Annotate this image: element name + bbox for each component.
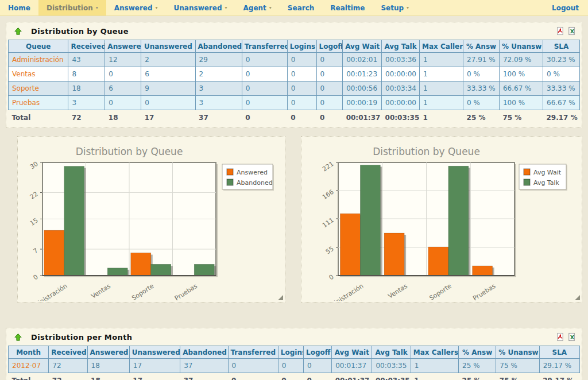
chevron-down-icon: ▾ xyxy=(96,5,98,10)
total-cell: 0 xyxy=(287,110,316,125)
chart-panel-times: Distribution by Queue055111166221Adminis… xyxy=(301,136,582,303)
export-excel-icon[interactable]: X xyxy=(567,332,577,342)
cell: 0 xyxy=(278,359,303,373)
svg-text:Administración: Administración xyxy=(25,282,68,301)
svg-text:7: 7 xyxy=(32,247,40,255)
chevron-down-icon: ▾ xyxy=(269,5,272,10)
nav-item-answered[interactable]: Answered▾ xyxy=(106,0,166,15)
column-header: Month xyxy=(9,346,49,359)
cell: 0 xyxy=(316,96,343,110)
month-link[interactable]: 2012-07 xyxy=(9,359,49,373)
nav-item-search[interactable]: Search xyxy=(280,0,322,15)
cell: 1 xyxy=(420,53,463,67)
chevron-down-icon: ▾ xyxy=(156,5,158,10)
nav-item-agent[interactable]: Agent▾ xyxy=(235,0,280,15)
top-navbar: HomeDistribution▾Answered▾Unanswered▾Age… xyxy=(0,0,588,16)
queue-panel-header: Distribution by Queue X xyxy=(8,22,580,40)
svg-text:Soporte: Soporte xyxy=(428,282,452,301)
nav-item-label: Distribution xyxy=(47,4,93,12)
table-row: Ventas806200000:01:2300:00:0010 %100 %0 … xyxy=(9,67,580,82)
resize-grip-icon[interactable] xyxy=(278,295,283,300)
cell: 12 xyxy=(105,53,141,67)
nav-item-home[interactable]: Home xyxy=(0,0,38,15)
column-header: Max Callers xyxy=(420,40,463,53)
table-row: Pruebas300300000:00:1900:00:0010 %100 %6… xyxy=(9,96,580,110)
cell: 0 xyxy=(316,53,343,67)
nav-item-label: Unanswered xyxy=(174,4,222,12)
svg-text:166: 166 xyxy=(321,188,335,201)
nav-logout[interactable]: Logout xyxy=(543,0,588,15)
total-cell: 00:03:35 xyxy=(372,373,411,380)
svg-text:Pruebas: Pruebas xyxy=(173,282,199,301)
svg-text:0: 0 xyxy=(328,273,335,282)
column-header: % Unansw xyxy=(499,40,543,53)
total-cell: 1 xyxy=(420,110,463,125)
column-header: Abandoned xyxy=(195,40,242,53)
svg-text:Distribution by Queue: Distribution by Queue xyxy=(373,146,480,157)
svg-text:X: X xyxy=(570,28,575,34)
nav-item-distribution[interactable]: Distribution▾ xyxy=(38,0,106,15)
total-row: Total7218173700000:01:3700:03:35125 %75 … xyxy=(9,373,580,380)
distribution-calls-chart: Distribution by Queue07152230Administrac… xyxy=(18,137,285,303)
nav-item-unanswered[interactable]: Unanswered▾ xyxy=(166,0,235,15)
column-header: Transferred xyxy=(242,40,287,53)
cell: 0 xyxy=(105,96,141,110)
queue-link[interactable]: Administración xyxy=(9,53,68,67)
resize-grip-icon[interactable] xyxy=(575,295,580,300)
nav-item-label: Setup xyxy=(381,4,404,12)
export-pdf-icon[interactable] xyxy=(555,332,565,342)
nav-item-label: Agent xyxy=(243,4,266,12)
month-table: MonthReceivedAnsweredUnansweredAbandoned… xyxy=(8,346,580,380)
total-cell: 1 xyxy=(411,373,458,380)
total-cell: 29.17 % xyxy=(543,110,580,125)
column-header: Unanswered xyxy=(129,346,180,359)
queue-link[interactable]: Pruebas xyxy=(9,96,68,110)
queue-link[interactable]: Ventas xyxy=(9,67,68,82)
table-row: 2012-077218173700000:01:3700:03:35125 %7… xyxy=(9,359,580,373)
column-header: Received xyxy=(68,40,105,53)
total-cell: 0 xyxy=(316,110,343,125)
column-header: SLA xyxy=(543,40,580,53)
svg-text:221: 221 xyxy=(321,160,335,173)
month-panel-header: Distribution per Month X xyxy=(8,328,580,346)
cell: 0 xyxy=(105,67,141,82)
total-cell: 75 % xyxy=(499,110,543,125)
table-row: Administración431222900000:02:0100:03:36… xyxy=(9,53,580,67)
cell: 2 xyxy=(195,67,242,82)
cell: 66.67 % xyxy=(499,82,543,96)
column-header: Abandoned xyxy=(180,346,228,359)
cell: 100 % xyxy=(499,67,543,82)
column-header: Max Callers xyxy=(411,346,458,359)
svg-text:Avg Talk: Avg Talk xyxy=(533,179,560,187)
charts-row: Distribution by Queue07152230Administrac… xyxy=(17,136,582,303)
collapse-up-icon[interactable] xyxy=(13,332,23,342)
month-panel-title: Distribution per Month xyxy=(31,333,132,342)
queue-link[interactable]: Soporte xyxy=(9,82,68,96)
cell: 43 xyxy=(68,53,105,67)
total-cell: 17 xyxy=(141,110,195,125)
total-cell: 72 xyxy=(49,373,87,380)
cell: 00:00:56 xyxy=(343,82,382,96)
svg-text:Distribution by Queue: Distribution by Queue xyxy=(76,146,183,157)
column-header: % Unansw xyxy=(496,346,539,359)
svg-text:Pruebas: Pruebas xyxy=(471,282,497,301)
nav-item-label: Realtime xyxy=(330,4,365,12)
collapse-up-icon[interactable] xyxy=(13,26,23,36)
cell: 17 xyxy=(129,359,180,373)
nav-item-setup[interactable]: Setup▾ xyxy=(373,0,417,15)
cell: 33.33 % xyxy=(543,82,580,96)
export-excel-icon[interactable]: X xyxy=(567,26,577,36)
cell: 27.91 % xyxy=(463,53,500,67)
cell: 1 xyxy=(411,359,458,373)
cell: 2 xyxy=(141,53,195,67)
cell: 75 % xyxy=(496,359,539,373)
export-pdf-icon[interactable] xyxy=(555,26,565,36)
month-panel: Distribution per Month X MonthReceivedAn… xyxy=(6,328,582,380)
cell: 3 xyxy=(195,82,242,96)
nav-item-realtime[interactable]: Realtime xyxy=(322,0,373,15)
cell: 0 % xyxy=(463,96,500,110)
cell: 29 xyxy=(195,53,242,67)
total-cell: 00:01:37 xyxy=(343,110,382,125)
nav-item-label: Search xyxy=(288,4,314,12)
cell: 0 xyxy=(304,359,332,373)
